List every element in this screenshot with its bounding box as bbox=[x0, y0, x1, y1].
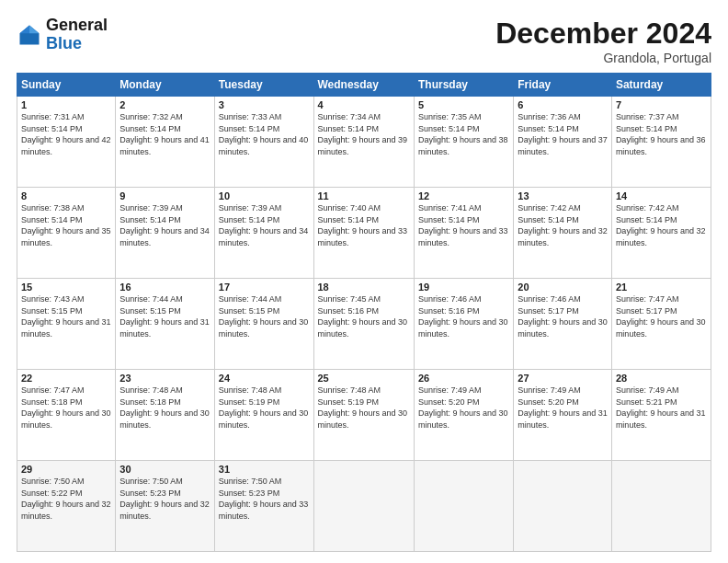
day-info: Sunrise: 7:38 AMSunset: 5:14 PMDaylight:… bbox=[21, 202, 111, 248]
table-row: 19Sunrise: 7:46 AMSunset: 5:16 PMDayligh… bbox=[414, 279, 513, 370]
day-info: Sunrise: 7:36 AMSunset: 5:14 PMDaylight:… bbox=[518, 111, 608, 157]
day-number: 3 bbox=[219, 99, 310, 110]
day-number: 10 bbox=[219, 190, 310, 201]
table-row: 23Sunrise: 7:48 AMSunset: 5:18 PMDayligh… bbox=[116, 370, 214, 461]
day-info: Sunrise: 7:44 AMSunset: 5:15 PMDaylight:… bbox=[119, 293, 210, 339]
day-number: 19 bbox=[418, 282, 509, 293]
day-info: Sunrise: 7:48 AMSunset: 5:19 PMDaylight:… bbox=[318, 385, 410, 431]
table-row: 5Sunrise: 7:35 AMSunset: 5:14 PMDaylight… bbox=[414, 97, 513, 188]
day-info: Sunrise: 7:46 AMSunset: 5:16 PMDaylight:… bbox=[418, 293, 509, 339]
col-monday: Monday bbox=[116, 74, 214, 97]
day-number: 18 bbox=[318, 282, 410, 293]
svg-marker-2 bbox=[20, 25, 30, 33]
day-info: Sunrise: 7:43 AMSunset: 5:15 PMDaylight:… bbox=[21, 293, 111, 339]
day-info: Sunrise: 7:46 AMSunset: 5:17 PMDaylight:… bbox=[518, 293, 608, 339]
table-row: 25Sunrise: 7:48 AMSunset: 5:19 PMDayligh… bbox=[313, 370, 414, 461]
table-row: 8Sunrise: 7:38 AMSunset: 5:14 PMDaylight… bbox=[17, 188, 116, 279]
col-saturday: Saturday bbox=[611, 74, 711, 97]
table-row: 18Sunrise: 7:45 AMSunset: 5:16 PMDayligh… bbox=[313, 279, 414, 370]
day-number: 7 bbox=[616, 99, 707, 110]
day-info: Sunrise: 7:49 AMSunset: 5:21 PMDaylight:… bbox=[616, 385, 707, 431]
col-sunday: Sunday bbox=[17, 74, 116, 97]
day-info: Sunrise: 7:35 AMSunset: 5:14 PMDaylight:… bbox=[418, 111, 509, 157]
day-info: Sunrise: 7:47 AMSunset: 5:17 PMDaylight:… bbox=[616, 293, 707, 339]
col-thursday: Thursday bbox=[414, 74, 513, 97]
logo-line2: Blue bbox=[46, 35, 108, 53]
table-row: 7Sunrise: 7:37 AMSunset: 5:14 PMDaylight… bbox=[611, 97, 711, 188]
calendar-body: 1Sunrise: 7:31 AMSunset: 5:14 PMDaylight… bbox=[17, 97, 711, 552]
table-row bbox=[514, 461, 612, 552]
table-row bbox=[611, 461, 711, 552]
calendar-header: Sunday Monday Tuesday Wednesday Thursday… bbox=[17, 74, 711, 97]
day-number: 9 bbox=[119, 190, 210, 201]
day-number: 21 bbox=[616, 282, 707, 293]
table-row: 16Sunrise: 7:44 AMSunset: 5:15 PMDayligh… bbox=[116, 279, 214, 370]
table-row: 26Sunrise: 7:49 AMSunset: 5:20 PMDayligh… bbox=[414, 370, 513, 461]
header: General Blue December 2024 Grandola, Por… bbox=[17, 17, 711, 65]
day-info: Sunrise: 7:48 AMSunset: 5:18 PMDaylight:… bbox=[119, 385, 210, 431]
table-row: 6Sunrise: 7:36 AMSunset: 5:14 PMDaylight… bbox=[514, 97, 612, 188]
day-number: 14 bbox=[616, 190, 707, 201]
day-number: 12 bbox=[418, 190, 509, 201]
table-row: 28Sunrise: 7:49 AMSunset: 5:21 PMDayligh… bbox=[611, 370, 711, 461]
day-info: Sunrise: 7:50 AMSunset: 5:22 PMDaylight:… bbox=[21, 476, 111, 522]
day-info: Sunrise: 7:33 AMSunset: 5:14 PMDaylight:… bbox=[219, 111, 310, 157]
table-row: 17Sunrise: 7:44 AMSunset: 5:15 PMDayligh… bbox=[214, 279, 313, 370]
day-info: Sunrise: 7:49 AMSunset: 5:20 PMDaylight:… bbox=[518, 385, 608, 431]
day-info: Sunrise: 7:48 AMSunset: 5:19 PMDaylight:… bbox=[219, 385, 310, 431]
day-number: 4 bbox=[318, 99, 410, 110]
table-row: 20Sunrise: 7:46 AMSunset: 5:17 PMDayligh… bbox=[514, 279, 612, 370]
col-friday: Friday bbox=[514, 74, 612, 97]
svg-marker-1 bbox=[29, 25, 40, 33]
table-row: 1Sunrise: 7:31 AMSunset: 5:14 PMDaylight… bbox=[17, 97, 116, 188]
table-row: 3Sunrise: 7:33 AMSunset: 5:14 PMDaylight… bbox=[214, 97, 313, 188]
table-row: 13Sunrise: 7:42 AMSunset: 5:14 PMDayligh… bbox=[514, 188, 612, 279]
day-info: Sunrise: 7:45 AMSunset: 5:16 PMDaylight:… bbox=[318, 293, 410, 339]
day-number: 13 bbox=[518, 190, 608, 201]
table-row bbox=[414, 461, 513, 552]
week-row: 15Sunrise: 7:43 AMSunset: 5:15 PMDayligh… bbox=[17, 279, 711, 370]
day-number: 2 bbox=[119, 99, 210, 110]
table-row: 2Sunrise: 7:32 AMSunset: 5:14 PMDaylight… bbox=[116, 97, 214, 188]
day-number: 17 bbox=[219, 282, 310, 293]
day-info: Sunrise: 7:40 AMSunset: 5:14 PMDaylight:… bbox=[318, 202, 410, 248]
day-info: Sunrise: 7:42 AMSunset: 5:14 PMDaylight:… bbox=[518, 202, 608, 248]
day-number: 20 bbox=[518, 282, 608, 293]
col-tuesday: Tuesday bbox=[214, 74, 313, 97]
table-row bbox=[313, 461, 414, 552]
day-info: Sunrise: 7:42 AMSunset: 5:14 PMDaylight:… bbox=[616, 202, 707, 248]
day-number: 23 bbox=[119, 373, 210, 384]
location-subtitle: Grandola, Portugal bbox=[495, 51, 711, 65]
day-number: 16 bbox=[119, 282, 210, 293]
day-info: Sunrise: 7:41 AMSunset: 5:14 PMDaylight:… bbox=[418, 202, 509, 248]
day-info: Sunrise: 7:37 AMSunset: 5:14 PMDaylight:… bbox=[616, 111, 707, 157]
day-number: 28 bbox=[616, 373, 707, 384]
day-info: Sunrise: 7:44 AMSunset: 5:15 PMDaylight:… bbox=[219, 293, 310, 339]
day-number: 6 bbox=[518, 99, 608, 110]
day-info: Sunrise: 7:39 AMSunset: 5:14 PMDaylight:… bbox=[119, 202, 210, 248]
day-number: 24 bbox=[219, 373, 310, 384]
day-number: 31 bbox=[219, 464, 310, 475]
day-info: Sunrise: 7:47 AMSunset: 5:18 PMDaylight:… bbox=[21, 385, 111, 431]
day-info: Sunrise: 7:34 AMSunset: 5:14 PMDaylight:… bbox=[318, 111, 410, 157]
table-row: 30Sunrise: 7:50 AMSunset: 5:23 PMDayligh… bbox=[116, 461, 214, 552]
table-row: 9Sunrise: 7:39 AMSunset: 5:14 PMDaylight… bbox=[116, 188, 214, 279]
week-row: 8Sunrise: 7:38 AMSunset: 5:14 PMDaylight… bbox=[17, 188, 711, 279]
day-number: 25 bbox=[318, 373, 410, 384]
day-info: Sunrise: 7:50 AMSunset: 5:23 PMDaylight:… bbox=[119, 476, 210, 522]
day-info: Sunrise: 7:32 AMSunset: 5:14 PMDaylight:… bbox=[119, 111, 210, 157]
calendar-page: General Blue December 2024 Grandola, Por… bbox=[0, 0, 728, 563]
day-info: Sunrise: 7:50 AMSunset: 5:23 PMDaylight:… bbox=[219, 476, 310, 522]
logo-line1: General bbox=[46, 17, 108, 35]
table-row: 27Sunrise: 7:49 AMSunset: 5:20 PMDayligh… bbox=[514, 370, 612, 461]
col-wednesday: Wednesday bbox=[313, 74, 414, 97]
table-row: 29Sunrise: 7:50 AMSunset: 5:22 PMDayligh… bbox=[17, 461, 116, 552]
logo: General Blue bbox=[17, 17, 108, 53]
calendar-table: Sunday Monday Tuesday Wednesday Thursday… bbox=[17, 73, 711, 552]
logo-icon bbox=[17, 22, 42, 48]
day-number: 11 bbox=[318, 190, 410, 201]
day-info: Sunrise: 7:31 AMSunset: 5:14 PMDaylight:… bbox=[21, 111, 111, 157]
day-number: 15 bbox=[21, 282, 111, 293]
table-row: 10Sunrise: 7:39 AMSunset: 5:14 PMDayligh… bbox=[214, 188, 313, 279]
table-row: 12Sunrise: 7:41 AMSunset: 5:14 PMDayligh… bbox=[414, 188, 513, 279]
